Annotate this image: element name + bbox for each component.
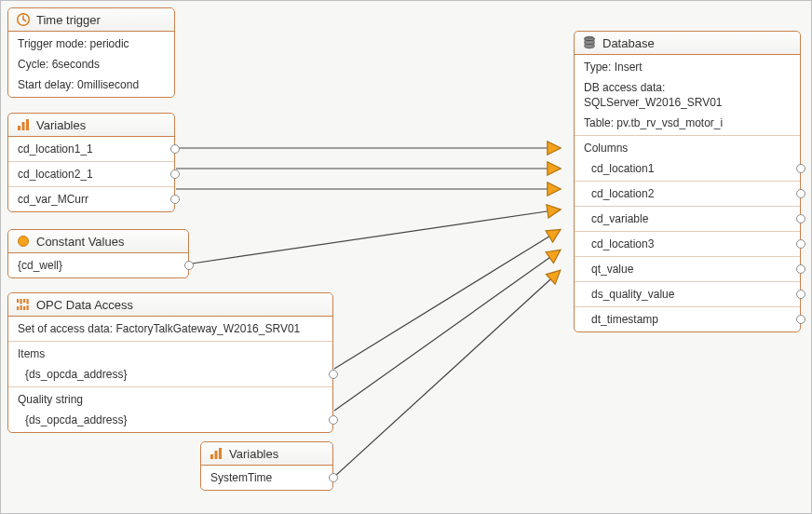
input-port[interactable] [796,214,805,223]
var-row[interactable]: cd_var_MCurr [8,189,174,210]
var-label: cd_location2_1 [18,168,93,181]
svg-rect-21 [215,451,218,459]
svg-rect-19 [27,305,29,310]
svg-rect-17 [23,306,25,310]
items-header: Items [8,344,332,364]
database-icon [582,35,597,50]
columns-header: Columns [575,138,800,158]
node-constant-values[interactable]: Constant Values {cd_well} [7,229,189,278]
clock-icon [16,12,31,27]
bars-icon [16,117,31,132]
input-port[interactable] [796,290,805,299]
var-label: cd_location1_1 [18,142,93,156]
svg-rect-14 [20,299,22,304]
svg-rect-13 [17,306,19,310]
opc-quality-label: {ds_opcda_address} [25,413,127,426]
svg-rect-15 [20,305,22,310]
svg-rect-18 [27,299,29,304]
output-port[interactable] [170,144,180,154]
db-column-label: cd_variable [591,212,648,225]
input-port[interactable] [796,315,805,324]
node-title: OPC Data Access [36,298,133,312]
svg-rect-10 [26,119,29,130]
svg-line-4 [334,230,560,369]
node-header[interactable]: Variables [201,442,332,466]
node-title: Constant Values [36,235,124,249]
var-label: cd_var_MCurr [18,193,88,206]
db-column-row[interactable]: cd_location1 [575,158,800,179]
node-time-trigger[interactable]: Time trigger Trigger mode: periodic Cycl… [7,7,175,98]
svg-rect-9 [22,122,25,130]
constant-label: {cd_well} [18,259,62,272]
node-title: Variables [36,118,86,132]
svg-line-6 [334,271,560,477]
db-column-label: cd_location3 [591,237,654,250]
svg-rect-8 [18,126,20,130]
svg-line-3 [192,210,560,264]
db-column-label: cd_location2 [591,187,654,200]
opc-quality-row[interactable]: {ds_opcda_address} [8,410,332,430]
input-port[interactable] [796,239,805,249]
node-title: Variables [229,447,278,461]
db-access-line: DB access data: SQLServer_W2016_SRV01 [575,77,800,113]
delay-line: Start delay: 0millisecond [8,74,174,95]
db-table-line: Table: pv.tb_rv_vsd_motor_i [575,113,800,133]
var-row[interactable]: SystemTime [201,467,332,488]
svg-rect-22 [219,448,222,459]
node-header[interactable]: Constant Values [8,230,188,253]
db-column-row[interactable]: cd_variable [575,209,800,229]
db-column-row[interactable]: cd_location3 [575,234,800,254]
db-column-label: qt_value [591,263,633,276]
trigger-mode-line: Trigger mode: periodic [8,34,174,54]
node-header[interactable]: Variables [8,114,174,137]
var-row[interactable]: cd_location2_1 [8,164,174,184]
db-column-label: cd_location1 [591,162,654,175]
svg-line-5 [334,250,560,411]
svg-point-11 [19,237,29,247]
node-title: Database [602,36,655,50]
db-type-line: Type: Insert [575,57,800,77]
node-title: Time trigger [36,13,101,27]
db-column-row[interactable]: ds_quality_value [575,284,800,304]
var-label: SystemTime [210,471,272,484]
constant-row[interactable]: {cd_well} [8,255,188,276]
output-port[interactable] [329,415,338,425]
output-port[interactable] [329,370,338,379]
input-port[interactable] [796,189,805,198]
cycle-line: Cycle: 6seconds [8,54,174,74]
opc-access-data: Set of access data: FactoryTalkGateway_W… [8,318,332,339]
diagram-canvas: Time trigger Trigger mode: periodic Cycl… [0,0,812,514]
node-opc-data-access[interactable]: OPC Data Access Set of access data: Fact… [7,292,333,433]
quality-header: Quality string [8,389,332,410]
node-variables-1[interactable]: Variables cd_location1_1 cd_location2_1 … [7,113,175,212]
node-variables-2[interactable]: Variables SystemTime [200,441,333,491]
output-port[interactable] [184,261,194,270]
node-header[interactable]: Database [575,32,800,55]
output-port[interactable] [329,473,338,482]
db-column-row[interactable]: cd_location2 [575,183,800,204]
output-port[interactable] [170,195,180,204]
bars-icon [209,446,223,461]
input-port[interactable] [796,264,805,274]
db-column-label: ds_quality_value [591,288,674,301]
svg-rect-16 [23,299,25,303]
output-port[interactable] [170,169,180,179]
opc-item-label: {ds_opcda_address} [25,368,127,381]
input-port[interactable] [796,164,805,173]
opc-icon [16,297,31,312]
node-header[interactable]: OPC Data Access [8,293,332,317]
node-header[interactable]: Time trigger [8,8,174,32]
circle-icon [16,234,31,249]
node-database[interactable]: Database Type: Insert DB access data: SQ… [574,31,801,332]
db-column-row[interactable]: qt_value [575,259,800,279]
db-column-row[interactable]: dt_timestamp [575,309,800,330]
opc-item-row[interactable]: {ds_opcda_address} [8,364,332,385]
svg-rect-12 [17,299,19,303]
db-column-label: dt_timestamp [591,313,658,326]
svg-rect-20 [210,454,213,459]
var-row[interactable]: cd_location1_1 [8,139,174,159]
